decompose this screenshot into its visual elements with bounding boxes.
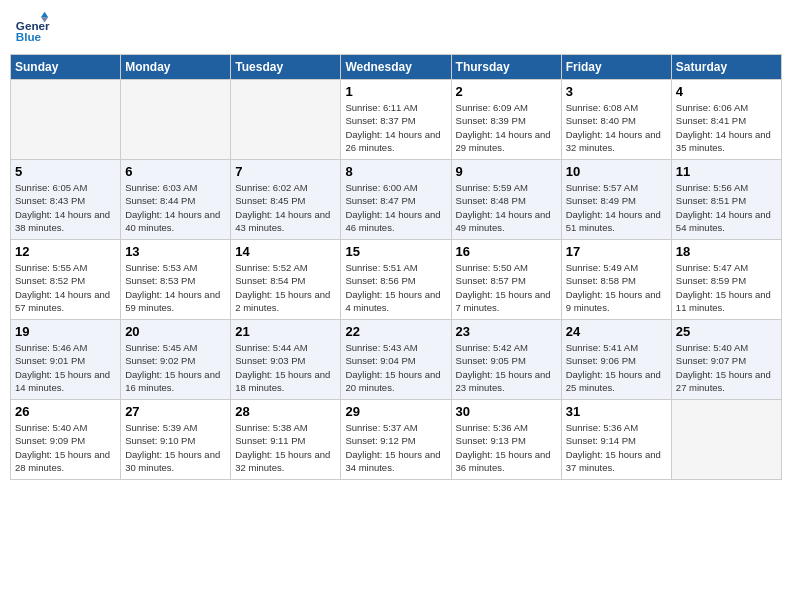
- day-number: 16: [456, 244, 557, 259]
- day-info: Sunrise: 5:38 AM Sunset: 9:11 PM Dayligh…: [235, 421, 336, 474]
- day-number: 18: [676, 244, 777, 259]
- day-info: Sunrise: 5:37 AM Sunset: 9:12 PM Dayligh…: [345, 421, 446, 474]
- calendar-cell: [121, 80, 231, 160]
- day-number: 23: [456, 324, 557, 339]
- calendar-cell: 31Sunrise: 5:36 AM Sunset: 9:14 PM Dayli…: [561, 400, 671, 480]
- weekday-header-sunday: Sunday: [11, 55, 121, 80]
- calendar-cell: 26Sunrise: 5:40 AM Sunset: 9:09 PM Dayli…: [11, 400, 121, 480]
- logo: General Blue: [14, 10, 54, 46]
- weekday-header-friday: Friday: [561, 55, 671, 80]
- day-info: Sunrise: 5:42 AM Sunset: 9:05 PM Dayligh…: [456, 341, 557, 394]
- day-number: 7: [235, 164, 336, 179]
- calendar-cell: 25Sunrise: 5:40 AM Sunset: 9:07 PM Dayli…: [671, 320, 781, 400]
- day-number: 2: [456, 84, 557, 99]
- day-info: Sunrise: 5:51 AM Sunset: 8:56 PM Dayligh…: [345, 261, 446, 314]
- day-info: Sunrise: 5:55 AM Sunset: 8:52 PM Dayligh…: [15, 261, 116, 314]
- day-info: Sunrise: 5:52 AM Sunset: 8:54 PM Dayligh…: [235, 261, 336, 314]
- day-info: Sunrise: 5:36 AM Sunset: 9:14 PM Dayligh…: [566, 421, 667, 474]
- day-number: 19: [15, 324, 116, 339]
- calendar-week-row: 12Sunrise: 5:55 AM Sunset: 8:52 PM Dayli…: [11, 240, 782, 320]
- calendar-cell: 16Sunrise: 5:50 AM Sunset: 8:57 PM Dayli…: [451, 240, 561, 320]
- day-info: Sunrise: 5:40 AM Sunset: 9:09 PM Dayligh…: [15, 421, 116, 474]
- header: General Blue: [10, 10, 782, 46]
- calendar-cell: 11Sunrise: 5:56 AM Sunset: 8:51 PM Dayli…: [671, 160, 781, 240]
- calendar-cell: 18Sunrise: 5:47 AM Sunset: 8:59 PM Dayli…: [671, 240, 781, 320]
- day-number: 17: [566, 244, 667, 259]
- day-info: Sunrise: 5:53 AM Sunset: 8:53 PM Dayligh…: [125, 261, 226, 314]
- logo-icon: General Blue: [14, 10, 50, 46]
- calendar-cell: 1Sunrise: 6:11 AM Sunset: 8:37 PM Daylig…: [341, 80, 451, 160]
- day-number: 28: [235, 404, 336, 419]
- calendar-cell: 21Sunrise: 5:44 AM Sunset: 9:03 PM Dayli…: [231, 320, 341, 400]
- day-number: 1: [345, 84, 446, 99]
- calendar-week-row: 26Sunrise: 5:40 AM Sunset: 9:09 PM Dayli…: [11, 400, 782, 480]
- calendar-cell: 6Sunrise: 6:03 AM Sunset: 8:44 PM Daylig…: [121, 160, 231, 240]
- calendar-cell: 17Sunrise: 5:49 AM Sunset: 8:58 PM Dayli…: [561, 240, 671, 320]
- day-info: Sunrise: 5:39 AM Sunset: 9:10 PM Dayligh…: [125, 421, 226, 474]
- calendar-cell: 5Sunrise: 6:05 AM Sunset: 8:43 PM Daylig…: [11, 160, 121, 240]
- weekday-header-row: SundayMondayTuesdayWednesdayThursdayFrid…: [11, 55, 782, 80]
- calendar-cell: 19Sunrise: 5:46 AM Sunset: 9:01 PM Dayli…: [11, 320, 121, 400]
- svg-text:Blue: Blue: [16, 30, 42, 43]
- day-number: 26: [15, 404, 116, 419]
- calendar-week-row: 19Sunrise: 5:46 AM Sunset: 9:01 PM Dayli…: [11, 320, 782, 400]
- day-number: 15: [345, 244, 446, 259]
- day-number: 30: [456, 404, 557, 419]
- day-info: Sunrise: 5:36 AM Sunset: 9:13 PM Dayligh…: [456, 421, 557, 474]
- day-info: Sunrise: 5:43 AM Sunset: 9:04 PM Dayligh…: [345, 341, 446, 394]
- calendar-cell: [671, 400, 781, 480]
- day-number: 21: [235, 324, 336, 339]
- day-number: 27: [125, 404, 226, 419]
- svg-marker-2: [41, 12, 48, 17]
- day-number: 5: [15, 164, 116, 179]
- calendar-cell: 14Sunrise: 5:52 AM Sunset: 8:54 PM Dayli…: [231, 240, 341, 320]
- calendar-week-row: 1Sunrise: 6:11 AM Sunset: 8:37 PM Daylig…: [11, 80, 782, 160]
- day-info: Sunrise: 5:41 AM Sunset: 9:06 PM Dayligh…: [566, 341, 667, 394]
- day-number: 25: [676, 324, 777, 339]
- day-info: Sunrise: 5:59 AM Sunset: 8:48 PM Dayligh…: [456, 181, 557, 234]
- calendar-cell: 15Sunrise: 5:51 AM Sunset: 8:56 PM Dayli…: [341, 240, 451, 320]
- day-info: Sunrise: 6:09 AM Sunset: 8:39 PM Dayligh…: [456, 101, 557, 154]
- day-number: 12: [15, 244, 116, 259]
- calendar-cell: 9Sunrise: 5:59 AM Sunset: 8:48 PM Daylig…: [451, 160, 561, 240]
- weekday-header-tuesday: Tuesday: [231, 55, 341, 80]
- day-info: Sunrise: 6:06 AM Sunset: 8:41 PM Dayligh…: [676, 101, 777, 154]
- calendar-cell: 23Sunrise: 5:42 AM Sunset: 9:05 PM Dayli…: [451, 320, 561, 400]
- day-number: 10: [566, 164, 667, 179]
- calendar-cell: 12Sunrise: 5:55 AM Sunset: 8:52 PM Dayli…: [11, 240, 121, 320]
- day-number: 24: [566, 324, 667, 339]
- day-number: 14: [235, 244, 336, 259]
- calendar-cell: [11, 80, 121, 160]
- day-info: Sunrise: 5:56 AM Sunset: 8:51 PM Dayligh…: [676, 181, 777, 234]
- day-number: 9: [456, 164, 557, 179]
- calendar-cell: 24Sunrise: 5:41 AM Sunset: 9:06 PM Dayli…: [561, 320, 671, 400]
- day-number: 6: [125, 164, 226, 179]
- day-info: Sunrise: 6:05 AM Sunset: 8:43 PM Dayligh…: [15, 181, 116, 234]
- calendar-cell: 3Sunrise: 6:08 AM Sunset: 8:40 PM Daylig…: [561, 80, 671, 160]
- day-info: Sunrise: 5:49 AM Sunset: 8:58 PM Dayligh…: [566, 261, 667, 314]
- calendar-cell: 13Sunrise: 5:53 AM Sunset: 8:53 PM Dayli…: [121, 240, 231, 320]
- calendar-cell: 27Sunrise: 5:39 AM Sunset: 9:10 PM Dayli…: [121, 400, 231, 480]
- day-info: Sunrise: 5:47 AM Sunset: 8:59 PM Dayligh…: [676, 261, 777, 314]
- day-number: 3: [566, 84, 667, 99]
- day-info: Sunrise: 5:40 AM Sunset: 9:07 PM Dayligh…: [676, 341, 777, 394]
- day-info: Sunrise: 5:45 AM Sunset: 9:02 PM Dayligh…: [125, 341, 226, 394]
- day-info: Sunrise: 5:44 AM Sunset: 9:03 PM Dayligh…: [235, 341, 336, 394]
- calendar-table: SundayMondayTuesdayWednesdayThursdayFrid…: [10, 54, 782, 480]
- calendar-cell: 7Sunrise: 6:02 AM Sunset: 8:45 PM Daylig…: [231, 160, 341, 240]
- calendar-cell: 10Sunrise: 5:57 AM Sunset: 8:49 PM Dayli…: [561, 160, 671, 240]
- calendar-cell: [231, 80, 341, 160]
- day-info: Sunrise: 6:02 AM Sunset: 8:45 PM Dayligh…: [235, 181, 336, 234]
- day-number: 20: [125, 324, 226, 339]
- calendar-cell: 2Sunrise: 6:09 AM Sunset: 8:39 PM Daylig…: [451, 80, 561, 160]
- day-info: Sunrise: 6:08 AM Sunset: 8:40 PM Dayligh…: [566, 101, 667, 154]
- weekday-header-monday: Monday: [121, 55, 231, 80]
- day-info: Sunrise: 5:50 AM Sunset: 8:57 PM Dayligh…: [456, 261, 557, 314]
- calendar-cell: 30Sunrise: 5:36 AM Sunset: 9:13 PM Dayli…: [451, 400, 561, 480]
- weekday-header-saturday: Saturday: [671, 55, 781, 80]
- day-info: Sunrise: 6:03 AM Sunset: 8:44 PM Dayligh…: [125, 181, 226, 234]
- calendar-cell: 22Sunrise: 5:43 AM Sunset: 9:04 PM Dayli…: [341, 320, 451, 400]
- day-info: Sunrise: 5:57 AM Sunset: 8:49 PM Dayligh…: [566, 181, 667, 234]
- day-number: 11: [676, 164, 777, 179]
- day-number: 29: [345, 404, 446, 419]
